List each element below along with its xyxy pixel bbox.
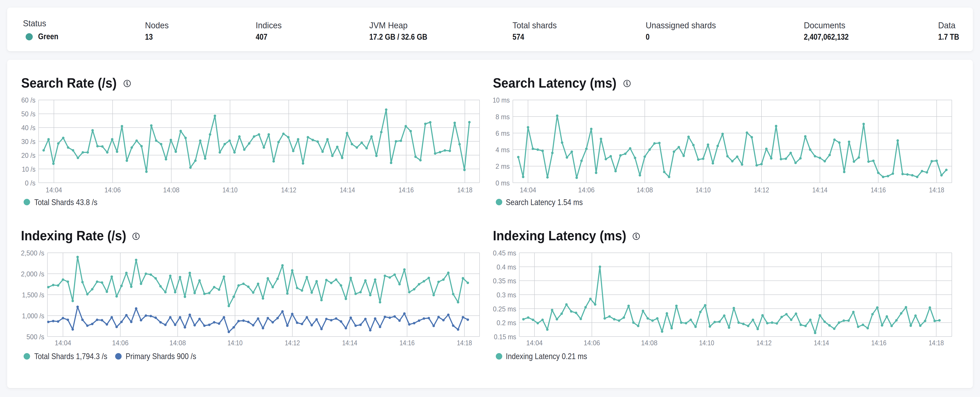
svg-text:14:18: 14:18 bbox=[457, 186, 473, 194]
svg-text:14:10: 14:10 bbox=[695, 186, 711, 194]
svg-text:1,000 /s: 1,000 /s bbox=[22, 312, 45, 320]
svg-text:14:04: 14:04 bbox=[526, 339, 543, 347]
svg-text:14:14: 14:14 bbox=[340, 186, 355, 194]
svg-text:0 ms: 0 ms bbox=[496, 179, 510, 187]
svg-text:14:10: 14:10 bbox=[223, 186, 238, 194]
svg-text:14:10: 14:10 bbox=[699, 339, 714, 347]
svg-text:2 ms: 2 ms bbox=[496, 162, 510, 170]
svg-text:40 /s: 40 /s bbox=[21, 124, 36, 132]
svg-text:14:12: 14:12 bbox=[754, 186, 769, 194]
svg-text:0.15 ms: 0.15 ms bbox=[494, 333, 516, 341]
svg-text:14:08: 14:08 bbox=[641, 339, 657, 347]
svg-text:0.45 ms: 0.45 ms bbox=[493, 249, 516, 257]
svg-text:0.4 ms: 0.4 ms bbox=[496, 263, 516, 271]
svg-text:14:06: 14:06 bbox=[584, 339, 600, 347]
svg-text:14:14: 14:14 bbox=[814, 339, 829, 347]
svg-text:60 /s: 60 /s bbox=[21, 96, 36, 104]
svg-text:14:16: 14:16 bbox=[398, 186, 414, 194]
svg-text:0.25 ms: 0.25 ms bbox=[493, 305, 516, 313]
svg-text:50 /s: 50 /s bbox=[21, 110, 36, 118]
svg-text:0 /s: 0 /s bbox=[25, 179, 36, 187]
svg-text:0.35 ms: 0.35 ms bbox=[493, 277, 516, 285]
svg-text:14:06: 14:06 bbox=[105, 186, 121, 194]
svg-text:0.2 ms: 0.2 ms bbox=[496, 319, 516, 327]
svg-text:14:12: 14:12 bbox=[285, 339, 300, 347]
svg-text:500 /s: 500 /s bbox=[27, 333, 45, 341]
svg-text:10 ms: 10 ms bbox=[493, 96, 510, 104]
svg-text:2,000 /s: 2,000 /s bbox=[21, 270, 45, 278]
svg-text:8 ms: 8 ms bbox=[496, 113, 510, 121]
svg-text:14:16: 14:16 bbox=[399, 339, 415, 347]
svg-text:14:16: 14:16 bbox=[871, 339, 886, 347]
svg-text:4 ms: 4 ms bbox=[496, 146, 510, 154]
svg-text:20 /s: 20 /s bbox=[21, 151, 36, 159]
svg-text:14:08: 14:08 bbox=[636, 186, 653, 194]
svg-text:14:04: 14:04 bbox=[55, 339, 71, 347]
svg-text:14:04: 14:04 bbox=[520, 186, 536, 194]
svg-text:14:12: 14:12 bbox=[756, 339, 772, 347]
svg-text:14:18: 14:18 bbox=[929, 339, 944, 347]
svg-text:1,500 /s: 1,500 /s bbox=[22, 291, 45, 299]
svg-text:14:12: 14:12 bbox=[281, 186, 296, 194]
svg-text:6 ms: 6 ms bbox=[496, 129, 510, 137]
svg-text:14:04: 14:04 bbox=[46, 186, 62, 194]
svg-text:14:08: 14:08 bbox=[163, 186, 180, 194]
svg-text:14:10: 14:10 bbox=[228, 339, 243, 347]
svg-text:14:14: 14:14 bbox=[342, 339, 357, 347]
svg-text:0.3 ms: 0.3 ms bbox=[496, 291, 516, 299]
svg-text:14:08: 14:08 bbox=[170, 339, 186, 347]
svg-text:10 /s: 10 /s bbox=[22, 165, 35, 173]
svg-text:14:18: 14:18 bbox=[457, 339, 472, 347]
svg-text:14:14: 14:14 bbox=[812, 186, 827, 194]
svg-text:14:06: 14:06 bbox=[112, 339, 129, 347]
svg-text:2,500 /s: 2,500 /s bbox=[21, 249, 45, 257]
svg-text:30 /s: 30 /s bbox=[21, 137, 36, 145]
svg-text:14:18: 14:18 bbox=[929, 186, 944, 194]
svg-text:14:06: 14:06 bbox=[578, 186, 595, 194]
svg-text:14:16: 14:16 bbox=[871, 186, 886, 194]
